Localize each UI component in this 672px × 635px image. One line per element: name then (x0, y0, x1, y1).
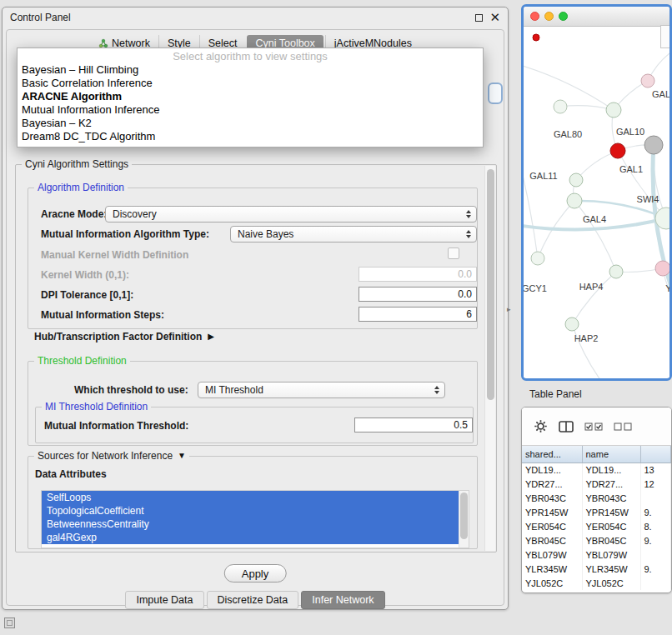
kernel-width-label: Kernel Width (0,1): (41, 269, 129, 281)
column-header[interactable]: shared... (522, 446, 582, 462)
menu-item-mutual-information-inference[interactable]: Mutual Information Inference (18, 103, 483, 117)
node-label: GAL4 (583, 214, 606, 224)
mi-threshold-input[interactable] (354, 418, 473, 432)
network-graph[interactable]: GALGAL80GAL10GAL11GAL1SWI4GAL4GCY1HAP4HA… (524, 27, 669, 379)
network-edge[interactable] (560, 106, 614, 110)
algorithm-definition-group: Algorithm Definition Aracne Mode: Discov… (28, 188, 478, 329)
network-node[interactable] (569, 173, 583, 187)
mi-type-select[interactable]: Naive Bayes (230, 226, 477, 242)
combo-arrows-icon (466, 210, 471, 218)
node-label: GAL (652, 89, 669, 99)
network-canvas[interactable]: GALGAL80GAL10GAL11GAL1SWI4GAL4GCY1HAP4HA… (524, 27, 669, 378)
network-node[interactable] (565, 318, 579, 331)
list-item[interactable]: BetweennessCentrality (42, 518, 459, 531)
apply-button[interactable]: Apply (224, 564, 287, 582)
list-item[interactable]: TopologicalCoefficient (42, 504, 459, 518)
window-buttons: ✕ (475, 13, 500, 22)
control-panel-title: Control Panel (10, 12, 71, 23)
minimize-traffic-light-icon[interactable] (544, 12, 554, 21)
network-window-titlebar[interactable] (524, 7, 669, 27)
mi-threshold-label: Mutual Information Threshold: (44, 420, 188, 432)
column-browser-icon[interactable] (559, 421, 574, 432)
table-row[interactable]: YLR345WYLR345W9. (522, 562, 671, 576)
table-row[interactable]: YER054CYER054C8. (522, 519, 671, 533)
gear-icon[interactable] (534, 419, 548, 433)
menu-item-aracne-algorithm[interactable]: ARACNE Algorithm (18, 90, 483, 103)
close-traffic-light-icon[interactable] (530, 12, 539, 21)
table-row[interactable]: YJL052CYJL052C (522, 576, 671, 590)
grid-icon[interactable] (4, 618, 15, 628)
table-row[interactable]: YBL079WYBL079W (522, 548, 671, 562)
network-edge[interactable] (618, 151, 666, 218)
network-edge[interactable] (524, 64, 614, 110)
node-label: GAL80 (554, 129, 582, 139)
table-body: YDL19...YDL19...13YDR27...YDR27...12YBR0… (522, 462, 671, 590)
chevron-down-icon[interactable]: ▼ (178, 452, 186, 460)
scrollbar-thumb[interactable] (487, 169, 494, 400)
table-row[interactable]: YBR045CYBR045C9. (522, 533, 671, 548)
bottom-tab-infer-network[interactable]: Infer Network (301, 591, 384, 609)
node-label: GAL1 (619, 164, 643, 174)
network-node[interactable] (567, 193, 582, 208)
table-cell: YBR043C (582, 491, 640, 505)
which-threshold-select[interactable]: MI Threshold (198, 382, 445, 398)
network-edge[interactable] (572, 272, 616, 324)
table-row[interactable]: YPR145WYPR145W9. (522, 505, 671, 519)
network-node[interactable] (610, 143, 625, 158)
hub-definition-toggle[interactable]: Hub/Transcription Factor Definition ▶ (34, 331, 214, 342)
table-row[interactable]: YBR043CYBR043C (522, 491, 671, 505)
manual-kernel-checkbox[interactable] (448, 248, 459, 259)
show-columns-icon[interactable] (584, 422, 603, 431)
list-scrollbar-thumb[interactable] (460, 492, 468, 539)
network-node[interactable] (606, 102, 621, 118)
network-node[interactable] (644, 136, 663, 154)
which-threshold-label: Which threshold to use: (74, 384, 188, 396)
table-cell: YBR045C (522, 533, 582, 548)
zoom-traffic-light-icon[interactable] (559, 12, 568, 21)
column-header[interactable]: name (582, 446, 640, 462)
network-node[interactable] (641, 74, 654, 88)
table-cell: YDR27... (522, 477, 582, 491)
hide-columns-icon[interactable] (614, 422, 632, 431)
network-node[interactable] (531, 252, 544, 265)
list-item[interactable]: SelfLoops (42, 491, 459, 504)
dpi-tolerance-label: DPI Tolerance [0,1]: (41, 289, 133, 301)
table-cell: YDL19... (582, 462, 640, 477)
column-header[interactable] (640, 446, 671, 462)
float-icon[interactable] (475, 14, 483, 22)
network-node[interactable] (609, 265, 623, 278)
mi-type-label: Mutual Information Algorithm Type: (41, 228, 209, 240)
bottom-tab-impute-data[interactable]: Impute Data (125, 591, 203, 609)
data-attributes-list[interactable]: SelfLoopsTopologicalCoefficientBetweenne… (41, 490, 469, 548)
menu-item-bayesian-hill-climbing[interactable]: Bayesian – Hill Climbing (18, 63, 483, 77)
bottom-tab-discretize-data[interactable]: Discretize Data (207, 591, 299, 609)
menu-item-dream8-dc-tdc-algorithm[interactable]: Dream8 DC_TDC Algorithm (18, 130, 483, 143)
table-cell: YJL052C (582, 576, 640, 590)
network-node[interactable] (655, 261, 669, 276)
dpi-tolerance-input[interactable] (359, 287, 477, 302)
threshold-definition-title: Threshold Definition (34, 355, 130, 367)
table-row[interactable]: YDL19...YDL19...13 (522, 462, 671, 477)
mi-steps-input[interactable] (359, 307, 477, 322)
menu-item-bayesian-k2[interactable]: Bayesian – K2 (18, 117, 483, 130)
splitter-handle[interactable]: ▸ (507, 305, 511, 313)
network-edge[interactable] (574, 201, 616, 272)
menu-item-basic-correlation-inference[interactable]: Basic Correlation Inference (18, 77, 483, 90)
network-edge[interactable] (524, 152, 538, 258)
close-icon[interactable]: ✕ (489, 13, 500, 22)
cyni-settings-title: Cyni Algorithm Settings (22, 158, 132, 170)
network-edge[interactable] (572, 324, 603, 379)
network-node[interactable] (533, 34, 539, 41)
list-item[interactable]: gal4RGexp (42, 531, 459, 544)
table-cell: YJL052C (522, 576, 582, 590)
control-panel-titlebar[interactable]: Control Panel ✕ (3, 8, 508, 28)
table-cell: YBL079W (582, 548, 640, 562)
aracne-mode-select[interactable]: Discovery (105, 206, 477, 222)
network-node[interactable] (554, 100, 567, 113)
node-label: Y (665, 283, 669, 293)
table-row[interactable]: YDR27...YDR27...12 (522, 477, 671, 491)
table-cell: 9. (640, 533, 671, 548)
settings-scrollbar[interactable] (484, 166, 495, 551)
list-scrollbar[interactable] (459, 491, 469, 548)
kernel-width-input[interactable] (359, 267, 477, 282)
